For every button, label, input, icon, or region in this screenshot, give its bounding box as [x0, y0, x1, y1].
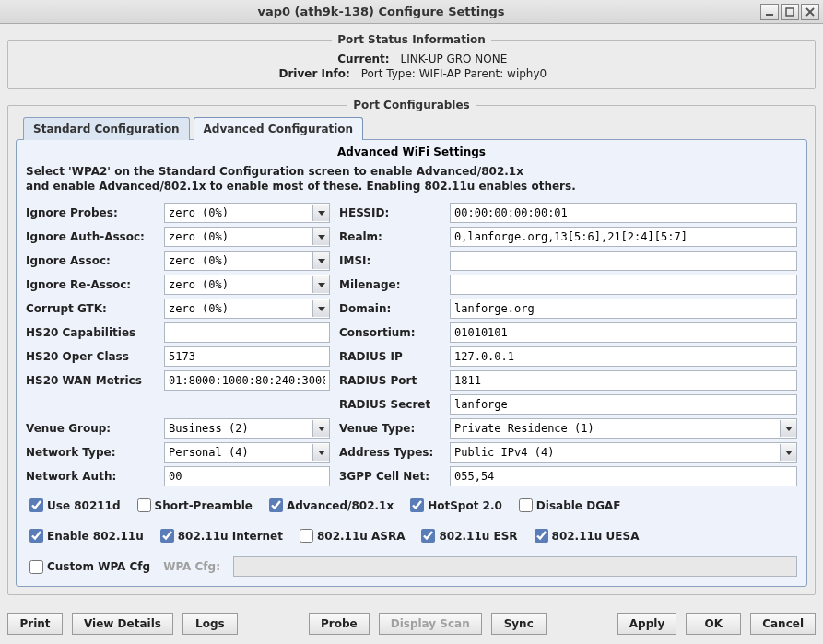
network-type-combo[interactable]: Personal (4) — [164, 442, 330, 463]
hs20-oper-field[interactable] — [164, 346, 330, 367]
imsi-field[interactable] — [450, 251, 797, 271]
ignore-assoc-combo[interactable]: zero (0%) — [164, 251, 330, 271]
advanced-8021x-checkbox[interactable]: Advanced/802.1x — [265, 496, 394, 515]
80211u-esr-checkbox[interactable]: 802.11u ESR — [417, 526, 517, 545]
venue-type-combo[interactable]: Private Residence (1) — [450, 418, 797, 439]
driver-info-label: Driver Info: — [276, 67, 350, 80]
radius-ip-label: RADIUS IP — [339, 350, 441, 363]
hs20-cap-field[interactable] — [164, 322, 330, 343]
probe-button[interactable]: Probe — [309, 613, 370, 635]
sync-button[interactable]: Sync — [491, 613, 547, 635]
chevron-down-icon — [312, 205, 329, 221]
bottom-toolbar: Print View Details Logs Probe Display Sc… — [7, 613, 816, 635]
radius-port-label: RADIUS Port — [339, 374, 441, 387]
corrupt-gtk-label: Corrupt GTK: — [26, 302, 155, 315]
titlebar: vap0 (ath9k-138) Configure Settings — [0, 0, 823, 24]
current-label: Current: — [316, 53, 390, 65]
network-auth-label: Network Auth: — [26, 470, 155, 483]
driver-info-value: Port Type: WIFI-AP Parent: wiphy0 — [361, 67, 547, 80]
ignore-assoc-label: Ignore Assoc: — [26, 254, 155, 267]
disable-dgaf-checkbox[interactable]: Disable DGAF — [515, 496, 621, 515]
hs20-cap-label: HS20 Capabilities — [26, 326, 155, 339]
hs20-wan-label: HS20 WAN Metrics — [26, 374, 155, 387]
hessid-label: HESSID: — [339, 206, 441, 219]
port-status-group: Port Status Information Current: LINK-UP… — [7, 33, 816, 89]
realm-label: Realm: — [339, 230, 441, 243]
imsi-label: IMSI: — [339, 254, 441, 267]
consortium-label: Consortium: — [339, 326, 441, 339]
port-configurables-legend: Port Configurables — [347, 99, 476, 111]
ignore-auth-assoc-label: Ignore Auth-Assoc: — [26, 230, 155, 243]
chevron-down-icon — [312, 276, 329, 293]
tab-pane-advanced: Advanced WiFi Settings Select 'WPA2' on … — [16, 139, 807, 587]
view-details-button[interactable]: View Details — [72, 613, 173, 635]
hessid-field[interactable] — [450, 203, 797, 223]
80211u-internet-checkbox[interactable]: 802.11u Internet — [157, 526, 283, 545]
port-status-legend: Port Status Information — [332, 33, 491, 46]
cancel-button[interactable]: Cancel — [750, 613, 816, 635]
ignore-re-assoc-combo[interactable]: zero (0%) — [164, 275, 330, 295]
ignore-re-assoc-label: Ignore Re-Assoc: — [26, 278, 155, 291]
realm-field[interactable] — [450, 227, 797, 247]
milenage-field[interactable] — [450, 275, 797, 295]
window-title: vap0 (ath9k-138) Configure Settings — [4, 5, 758, 18]
advanced-wifi-title: Advanced WiFi Settings — [26, 146, 797, 158]
chevron-down-icon — [312, 228, 329, 245]
gpp-cell-field[interactable] — [450, 466, 797, 486]
close-button[interactable] — [801, 4, 819, 20]
hint-text: Select 'WPA2' on the Standard Configurat… — [26, 164, 797, 193]
radius-secret-label: RADIUS Secret — [339, 398, 441, 411]
port-configurables-group: Port Configurables Standard Configuratio… — [7, 99, 816, 595]
milenage-label: Milenage: — [339, 278, 441, 291]
venue-group-label: Venue Group: — [26, 422, 155, 435]
wpa-cfg-field — [233, 556, 797, 577]
display-scan-button: Display Scan — [379, 613, 482, 635]
custom-wpa-cfg-checkbox[interactable]: Custom WPA Cfg — [26, 557, 150, 577]
80211u-uesa-checkbox[interactable]: 802.11u UESA — [531, 526, 640, 545]
consortium-field[interactable] — [450, 322, 797, 343]
ignore-auth-assoc-combo[interactable]: zero (0%) — [164, 227, 330, 247]
domain-label: Domain: — [339, 302, 441, 315]
domain-field[interactable] — [450, 299, 797, 319]
use-80211d-checkbox[interactable]: Use 80211d — [26, 496, 121, 515]
ignore-probes-label: Ignore Probes: — [26, 206, 155, 219]
chevron-down-icon — [312, 444, 329, 461]
address-types-label: Address Types: — [339, 446, 441, 459]
maximize-button[interactable] — [781, 4, 799, 20]
radius-ip-field[interactable] — [450, 346, 797, 367]
print-button[interactable]: Print — [7, 613, 63, 635]
venue-group-combo[interactable]: Business (2) — [164, 418, 330, 439]
tab-bar: Standard Configuration Advanced Configur… — [23, 117, 807, 140]
logs-button[interactable]: Logs — [182, 613, 238, 635]
current-value: LINK-UP GRO NONE — [400, 53, 507, 65]
ignore-probes-combo[interactable]: zero (0%) — [164, 203, 330, 223]
svg-rect-1 — [786, 8, 794, 16]
radius-port-field[interactable] — [450, 370, 797, 391]
chevron-down-icon — [780, 420, 796, 437]
network-type-label: Network Type: — [26, 446, 155, 459]
chevron-down-icon — [312, 300, 329, 317]
hs20-oper-label: HS20 Oper Class — [26, 350, 155, 363]
corrupt-gtk-combo[interactable]: zero (0%) — [164, 299, 330, 319]
chevron-down-icon — [312, 420, 329, 437]
tab-standard[interactable]: Standard Configuration — [23, 117, 190, 140]
minimize-button[interactable] — [760, 4, 779, 20]
chevron-down-icon — [780, 444, 796, 461]
venue-type-label: Venue Type: — [339, 422, 441, 435]
network-auth-field[interactable] — [164, 466, 330, 486]
apply-button[interactable]: Apply — [617, 613, 676, 635]
enable-80211u-checkbox[interactable]: Enable 802.11u — [26, 526, 144, 545]
hs20-wan-field[interactable] — [164, 370, 330, 391]
address-types-combo[interactable]: Public IPv4 (4) — [450, 442, 797, 463]
wpa-cfg-label: WPA Cfg: — [163, 560, 220, 573]
hotspot20-checkbox[interactable]: HotSpot 2.0 — [406, 496, 502, 515]
80211u-asra-checkbox[interactable]: 802.11u ASRA — [296, 526, 405, 545]
tab-advanced[interactable]: Advanced Configuration — [194, 117, 364, 140]
ok-button[interactable]: OK — [686, 613, 741, 635]
chevron-down-icon — [312, 252, 329, 269]
radius-secret-field[interactable] — [450, 394, 797, 415]
gpp-cell-label: 3GPP Cell Net: — [339, 470, 441, 483]
short-preamble-checkbox[interactable]: Short-Preamble — [134, 496, 253, 515]
